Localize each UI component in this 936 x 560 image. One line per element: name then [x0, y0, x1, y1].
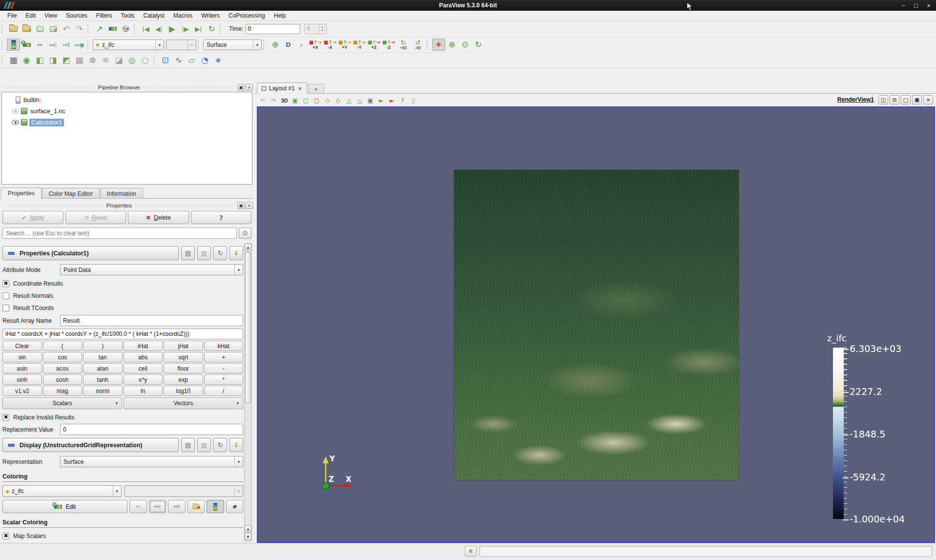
close-view-button[interactable]: ×	[923, 95, 933, 104]
toggle-color-legend-button[interactable]	[7, 39, 20, 51]
coordinate-results-checkbox[interactable]	[2, 280, 9, 287]
calculator-filter-button[interactable]: ▦	[7, 54, 20, 66]
select-points-frustum-button[interactable]: ◇	[333, 96, 343, 105]
previous-frame-button[interactable]: ◀|	[152, 23, 166, 35]
select-cells-frustum-button[interactable]: ◇	[322, 96, 333, 105]
reset-camera-button[interactable]: ⊕	[269, 39, 282, 51]
copy-display-button[interactable]: ▤	[181, 438, 195, 452]
reset-rotation-center-button[interactable]: ↻	[472, 39, 485, 51]
show-color-legend-button[interactable]	[207, 500, 224, 513]
maximize-view-button[interactable]: □	[901, 95, 911, 104]
calc-plus-button[interactable]: +	[204, 352, 244, 362]
edit-color-map-button[interactable]	[20, 39, 33, 51]
edit-legend-properties-button[interactable]: e	[226, 500, 244, 513]
loop-button[interactable]: ↻	[205, 23, 218, 35]
paste-display-button[interactable]: ▥	[197, 438, 211, 452]
calc-atan-button[interactable]: atan	[83, 363, 123, 373]
minimize-button[interactable]: −	[900, 2, 907, 9]
rescale-range-button[interactable]: ↔	[129, 500, 147, 513]
result-array-name-input[interactable]	[60, 315, 243, 326]
properties-scrollbar[interactable]: ▲ ▲ ▼	[244, 243, 252, 541]
menu-sources[interactable]: Sources	[62, 11, 92, 20]
next-frame-button[interactable]: |▶	[179, 23, 192, 35]
calc-multiply-button[interactable]: *	[204, 374, 244, 385]
zoom-closest-button[interactable]: D	[282, 39, 295, 51]
warp-by-vector-button[interactable]: ◪	[112, 54, 125, 66]
calc-dot-product-button[interactable]: v1.v2	[2, 386, 42, 396]
view-minus-y-button[interactable]: ■↑→-Y	[352, 39, 367, 51]
replace-invalid-checkbox[interactable]	[2, 414, 9, 421]
toolbar-handle[interactable]	[198, 40, 202, 50]
scalars-dropdown[interactable]: Scalars▾	[2, 397, 122, 409]
toolbar-handle[interactable]	[263, 40, 267, 50]
search-options-button[interactable]: ⚙	[239, 228, 251, 239]
menu-catalyst[interactable]: Catalyst	[139, 11, 169, 20]
split-horizontal-button[interactable]: ⊟	[890, 95, 899, 104]
result-normals-checkbox[interactable]	[2, 292, 9, 299]
calc-open-paren-button[interactable]: (	[43, 341, 83, 351]
visibility-eye-icon[interactable]	[12, 109, 19, 114]
open-file-button[interactable]	[7, 23, 20, 35]
pick-rotation-center-button[interactable]: ⊙	[458, 39, 472, 51]
help-button[interactable]: ?	[191, 211, 252, 224]
select-points-rect-button[interactable]: ▢	[312, 96, 322, 105]
reload-properties-button[interactable]: ↻	[213, 246, 227, 260]
rescale-visible-range-button[interactable]: ↔◉	[73, 39, 86, 51]
clear-selection-button[interactable]: ▯	[408, 96, 418, 105]
choose-preset-button[interactable]: ♥	[187, 500, 205, 513]
paste-properties-button[interactable]: ▥	[197, 246, 211, 260]
calc-exp-button[interactable]: exp	[164, 374, 203, 385]
calc-close-paren-button[interactable]: )	[83, 341, 123, 351]
camera-undo-button[interactable]: ↶	[258, 96, 268, 105]
plot-over-line-button[interactable]: ∿	[172, 54, 185, 66]
rescale-data-range-button[interactable]: ↔	[33, 39, 46, 51]
rescale-custom-range-button[interactable]: ↔c	[46, 39, 60, 51]
select-cells-polygon-button[interactable]: △	[344, 96, 354, 105]
zoom-to-data-button[interactable]: ⌕	[295, 39, 308, 51]
toolbar-handle[interactable]	[220, 24, 224, 34]
toolbar-handle[interactable]	[427, 40, 431, 50]
maximize-button[interactable]: □	[913, 2, 919, 9]
representation-dropdown[interactable]: Surface ▾	[60, 456, 243, 467]
map-scalars-checkbox[interactable]	[2, 533, 9, 539]
apply-button[interactable]: ✔Apply	[2, 211, 63, 224]
calc-sinh-button[interactable]: sinh	[2, 374, 42, 385]
copy-properties-button[interactable]: ▤	[181, 246, 195, 260]
undo-button[interactable]: ↶	[60, 23, 73, 35]
extract-group-button[interactable]: ○	[139, 54, 152, 66]
tab-properties[interactable]: Properties	[1, 187, 42, 199]
calc-acos-button[interactable]: acos	[43, 363, 83, 373]
toolbar-handle[interactable]	[1, 24, 5, 34]
search-input[interactable]	[2, 228, 237, 239]
pipeline-float-button[interactable]: ▣	[237, 84, 245, 91]
select-cells-rect-button[interactable]: ▢	[301, 96, 311, 105]
calc-sin-button[interactable]: sin	[2, 352, 42, 362]
view-minus-z-button[interactable]: ■↑→-Z	[381, 39, 396, 51]
toolbar-handle[interactable]	[1, 40, 5, 50]
pipeline-item-calculator[interactable]: Calculator1	[2, 117, 252, 128]
menu-tools[interactable]: Tools	[117, 11, 139, 20]
render-view[interactable]: Y X Z z_ifc 6.303e+03 2227.2 -1848.5 -59…	[257, 106, 935, 543]
redo-button[interactable]: ↷	[73, 23, 86, 35]
view-plus-z-button[interactable]: ■↑→+Z	[367, 39, 381, 51]
disconnect-server-button[interactable]: ×	[46, 23, 60, 35]
view-plus-x-button[interactable]: ■↑→+X	[308, 39, 323, 51]
calculator-section-header[interactable]: Properties (Calculator1)	[2, 246, 179, 260]
tab-color-map-editor[interactable]: Color Map Editor	[42, 188, 100, 199]
display-section-header[interactable]: Display (UnstructuredGridRepresentation)	[2, 438, 179, 452]
edit-color-map-button[interactable]: Edit	[2, 500, 127, 513]
color-legend[interactable]: z_ifc 6.303e+03 2227.2 -1848.5 -5924.2 -…	[826, 333, 929, 343]
calc-cosh-button[interactable]: cosh	[43, 374, 83, 385]
pipeline-close-button[interactable]: ×	[246, 84, 253, 91]
extract-subset-button[interactable]: ▩	[73, 54, 86, 66]
color-palette-button[interactable]	[119, 23, 132, 35]
reset-button[interactable]: ↺Reset	[65, 211, 126, 224]
export-view-button[interactable]: ↗	[93, 23, 106, 35]
calc-abs-button[interactable]: abs	[124, 352, 163, 362]
toolbar-handle[interactable]	[134, 24, 138, 34]
toggle-3d-button[interactable]: 3D	[279, 96, 290, 105]
detach-view-button[interactable]: ▣	[912, 95, 922, 104]
rescale-temporal-range-button[interactable]: ↔t	[60, 39, 73, 51]
play-button[interactable]: ▶	[166, 23, 179, 35]
split-vertical-button[interactable]: ◫	[878, 95, 888, 104]
